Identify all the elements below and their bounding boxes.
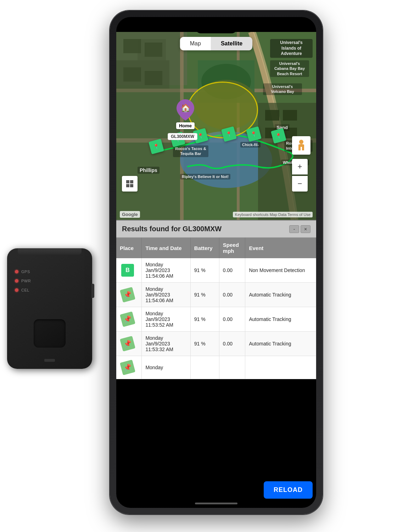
map-attribution-links: Keyboard shortcuts Map Data Terms of Use	[233, 212, 313, 217]
battery-icon	[296, 23, 306, 28]
event-cell-3: Automatic Tracking	[245, 307, 316, 332]
results-header-buttons: - ×	[289, 225, 310, 233]
svg-rect-19	[116, 32, 180, 220]
svg-rect-16	[283, 110, 297, 121]
location-volcano-bay: Universal's Volcano Bay	[263, 83, 302, 95]
location-cabana-bay: Universal's Cabana Bay Bay Beach Resort	[270, 60, 309, 77]
zoom-out-button[interactable]: −	[292, 176, 308, 192]
speed-cell-1: 0.00	[219, 258, 245, 283]
time-cell-3: MondayJan/9/202311:53:52 AM	[142, 307, 190, 332]
svg-rect-26	[126, 180, 129, 183]
time-cell-2: MondayJan/9/202311:54:06 AM	[142, 283, 190, 307]
svg-rect-22	[123, 67, 141, 82]
col-speed: Speedmph	[219, 238, 245, 258]
location-roccos-tacos: Rocco's Tacos & Tequila Bar	[173, 145, 208, 157]
svg-rect-21	[145, 43, 162, 57]
results-title: Results found for GL300MXW	[122, 225, 222, 233]
cel-led	[15, 288, 18, 292]
svg-text:🏠: 🏠	[181, 103, 191, 113]
home-label: Home	[176, 122, 195, 129]
gps-marker-4[interactable]: 📍	[223, 128, 235, 140]
zoom-in-button[interactable]: +	[292, 159, 308, 174]
pin-icon-3: 📌	[120, 311, 135, 327]
speed-cell-5	[219, 356, 245, 379]
device-usb-port	[44, 359, 55, 362]
map-area[interactable]: Map Satellite 🏠 Home 📍	[116, 32, 316, 220]
event-cell-5	[245, 356, 316, 379]
gps-marker-6[interactable]: 📍	[272, 129, 285, 142]
green-flag: B	[121, 264, 134, 277]
col-time-date: Time and Date	[142, 238, 190, 258]
map-toggle[interactable]: Map Satellite	[180, 37, 252, 50]
cel-label: CEL	[21, 288, 29, 292]
table-row: 📌 MondayJan/9/202311:53:52 AM 91 % 0.00 …	[116, 307, 316, 332]
green-pin-5: 📌	[120, 360, 135, 375]
device-tag: GL300MXW	[168, 133, 197, 140]
reload-button[interactable]: RELOAD	[264, 481, 313, 499]
home-indicator	[195, 503, 237, 504]
gps-tracker-device: GPS PWR CEL	[7, 248, 99, 383]
pwr-led-row: PWR	[15, 279, 31, 283]
cel-led-row: CEL	[15, 288, 31, 292]
battery-cell-3: 91 %	[190, 307, 219, 332]
battery-cell-1: 91 %	[190, 258, 219, 283]
svg-rect-29	[130, 184, 133, 187]
gps-led-row: GPS	[15, 270, 31, 274]
map-view-button[interactable]: Map	[180, 37, 211, 50]
time-cell-5: Monday	[142, 356, 190, 379]
wifi-icon	[288, 23, 294, 28]
map-controls-panel: + −	[292, 136, 310, 192]
phone-container: 12:08	[110, 11, 330, 521]
battery-cell-4: 91 %	[190, 332, 219, 356]
satellite-view-button[interactable]: Satellite	[211, 37, 252, 50]
svg-rect-27	[130, 180, 133, 183]
event-cell-1: Non Movement Detection	[245, 258, 316, 283]
table-row: 📌 MondayJan/9/202311:53:32 AM 91 % 0.00 …	[116, 332, 316, 356]
gps-marker-1[interactable]: 📍	[150, 140, 163, 153]
home-marker[interactable]: 🏠 Home	[177, 99, 194, 122]
col-place: Place	[116, 238, 142, 258]
layers-button[interactable]	[122, 176, 138, 192]
device-front-pad[interactable]	[34, 319, 66, 348]
flag-icon: B	[120, 262, 135, 278]
svg-rect-1	[297, 24, 303, 27]
street-view-button[interactable]	[292, 136, 310, 155]
dynamic-island	[195, 21, 237, 33]
device-side-button[interactable]	[91, 284, 94, 298]
place-cell-1: B	[116, 258, 142, 283]
time-cell-4: MondayJan/9/202311:53:32 AM	[142, 332, 190, 356]
status-icons	[278, 23, 306, 28]
minimize-button[interactable]: -	[289, 225, 299, 233]
place-cell-3: 📌	[116, 307, 142, 332]
pin-icon-4: 📌	[120, 336, 135, 351]
speed-cell-2: 0.00	[219, 283, 245, 307]
results-panel: Results found for GL300MXW - × Place Tim…	[116, 220, 316, 379]
table-header-row: Place Time and Date Battery Speedmph Eve…	[116, 238, 316, 258]
phone-screen: 12:08	[116, 17, 316, 508]
green-pin-3: 📌	[120, 311, 135, 327]
gps-led	[15, 270, 18, 273]
location-ripleys: Ripley's Believe It or Not!	[180, 174, 230, 179]
event-cell-4: Automatic Tracking	[245, 332, 316, 356]
gps-marker-5[interactable]: 📍	[247, 128, 260, 140]
signal-dot-2	[280, 25, 281, 26]
table-row: B MondayJan/9/202311:54:06 AM 91 % 0.00 …	[116, 258, 316, 283]
pin-icon-2: 📌	[120, 287, 135, 303]
pwr-led	[15, 279, 18, 283]
event-cell-2: Automatic Tracking	[245, 283, 316, 307]
battery-cell-2: 91 %	[190, 283, 219, 307]
close-button[interactable]: ×	[301, 225, 310, 233]
pin-icon-5: 📌	[120, 360, 135, 375]
table-row: 📌 Monday	[116, 356, 316, 379]
location-phillips: Phillips	[138, 167, 159, 174]
place-cell-5: 📌	[116, 356, 142, 379]
green-pin-4: 📌	[120, 336, 135, 351]
signal-dots	[278, 25, 286, 26]
location-chick-fil: Chick-fil-	[240, 142, 261, 148]
google-logo: Google	[120, 211, 140, 218]
svg-rect-23	[145, 71, 162, 85]
device-ridge	[18, 248, 82, 255]
speed-cell-3: 0.00	[219, 307, 245, 332]
col-battery: Battery	[190, 238, 219, 258]
signal-dot-3	[282, 25, 284, 26]
